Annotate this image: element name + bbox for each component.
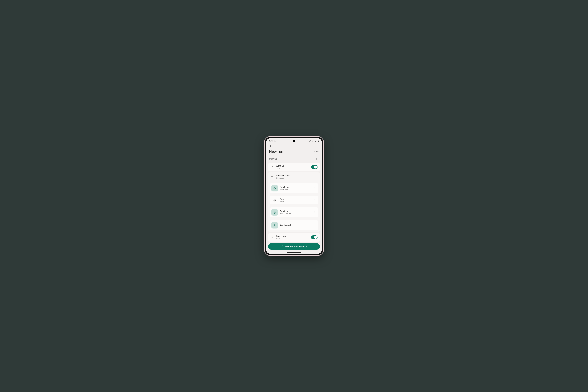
back-button[interactable] — [268, 143, 274, 149]
arrow-up-icon — [270, 166, 274, 168]
camera-notch — [293, 140, 295, 142]
repeat-sub: 2 intervals — [276, 177, 290, 179]
repeat-icon — [270, 176, 274, 178]
save-button[interactable]: Save — [314, 150, 319, 153]
interval-title: Rest — [280, 198, 284, 200]
warmup-card[interactable]: Warm up 5 min — [268, 162, 320, 172]
warmup-sub: 5 min — [276, 167, 284, 170]
repeat-overflow-button[interactable]: ⋮ — [313, 176, 318, 178]
location-pin-icon — [271, 209, 278, 216]
svg-rect-4 — [318, 140, 318, 140]
plus-icon — [271, 222, 278, 228]
warmup-toggle[interactable] — [311, 165, 318, 169]
svg-point-13 — [274, 212, 275, 212]
interval-title: Run 2 min — [280, 186, 289, 188]
interval-run-distance[interactable]: Run 2 mi 8'00"-7'00" /mi ⋮ — [270, 207, 318, 217]
svg-point-10 — [274, 199, 275, 201]
svg-point-17 — [282, 246, 283, 247]
repeat-group-card: Repeat 6 times 2 intervals ⋮ Run 2 min P… — [268, 172, 320, 232]
pause-icon — [271, 199, 278, 202]
battery-icon — [318, 140, 319, 142]
cooldown-sub: 5 min — [276, 238, 286, 240]
page-title: New run — [269, 149, 283, 154]
cooldown-title: Cool down — [276, 235, 286, 237]
cooldown-toggle[interactable] — [311, 236, 318, 239]
add-section-button[interactable] — [314, 157, 319, 161]
section-label: Intervals — [269, 158, 277, 160]
repeat-header[interactable]: Repeat 6 times 2 intervals ⋮ — [270, 174, 318, 180]
cta-label: Save and start on watch — [285, 245, 307, 248]
interval-overflow-button[interactable]: ⋮ — [312, 187, 317, 190]
svg-rect-5 — [318, 141, 319, 142]
add-interval-label: Add interval — [280, 224, 291, 226]
interval-sub: 1 min — [280, 200, 284, 202]
signal-icon — [315, 140, 317, 142]
message-icon — [274, 140, 276, 142]
svg-point-9 — [274, 188, 276, 190]
interval-rest[interactable]: Rest 1 min ⋮ — [270, 196, 318, 204]
interval-sub: 8'00"-7'00" /mi — [280, 212, 291, 215]
repeat-title: Repeat 6 times — [276, 174, 290, 177]
arrow-left-icon — [269, 144, 273, 148]
watch-icon — [281, 245, 284, 248]
interval-title: Run 2 mi — [280, 210, 291, 212]
nav-handle[interactable] — [287, 252, 301, 252]
cooldown-card[interactable]: Cool down 5 min — [268, 233, 320, 242]
add-interval-button[interactable]: Add interval — [270, 220, 318, 230]
phone-frame: 12:52 New run Save Intervals Warm up — [265, 137, 323, 255]
arrow-down-icon — [270, 236, 274, 239]
save-start-watch-button[interactable]: Save and start on watch — [268, 243, 320, 250]
dnd-icon — [309, 140, 311, 142]
title-row: New run Save — [266, 149, 322, 156]
header — [266, 142, 322, 149]
warmup-title: Warm up — [276, 165, 284, 167]
interval-overflow-button[interactable]: ⋮ — [312, 199, 317, 202]
interval-run-time[interactable]: Run 2 min Peak zone ⋮ — [270, 183, 318, 193]
svg-rect-0 — [274, 140, 276, 141]
wifi-icon — [312, 140, 314, 142]
interval-sub: Peak zone — [280, 188, 289, 190]
intervals-section-header: Intervals — [266, 156, 322, 162]
status-time: 12:52 — [269, 140, 273, 142]
plus-icon — [315, 157, 318, 160]
interval-overflow-button[interactable]: ⋮ — [312, 211, 317, 214]
timer-icon — [271, 185, 278, 192]
